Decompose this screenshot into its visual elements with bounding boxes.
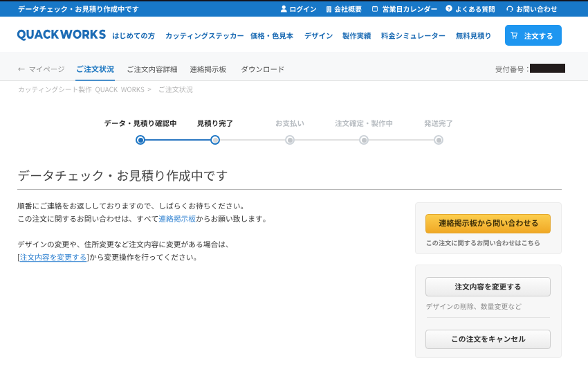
svg-text:?: ? bbox=[448, 6, 450, 12]
